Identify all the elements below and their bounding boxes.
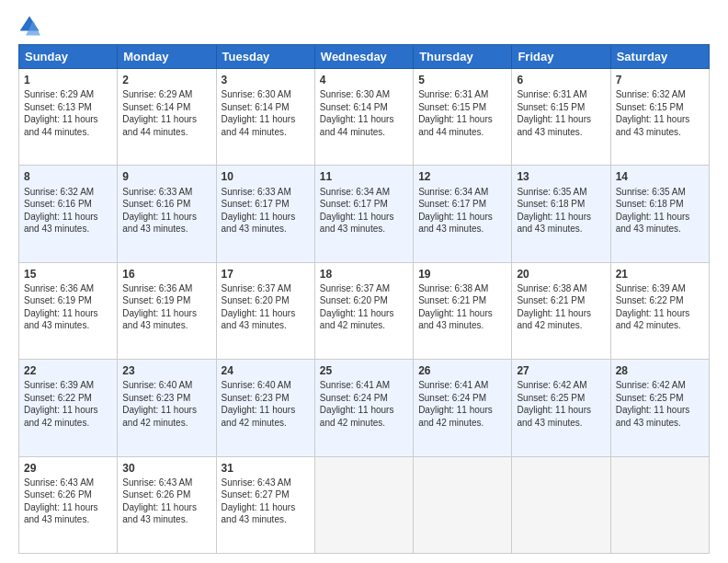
sunset-text: Sunset: 6:15 PM [418,102,486,112]
day-number: 2 [122,73,210,87]
daylight-text: Daylight: 11 hours and 42 minutes. [517,308,591,331]
daylight-text: Daylight: 11 hours and 42 minutes. [418,405,493,428]
day-number: 19 [418,267,506,282]
sunrise-text: Sunrise: 6:31 AM [517,89,586,99]
day-number: 27 [517,363,605,378]
day-number: 29 [24,461,112,476]
day-cell-11: 11Sunrise: 6:34 AMSunset: 6:17 PMDayligh… [314,166,413,262]
sunset-text: Sunset: 6:17 PM [320,199,388,209]
sunset-text: Sunset: 6:24 PM [418,393,486,403]
day-cell-8: 8Sunrise: 6:32 AMSunset: 6:16 PMDaylight… [19,166,118,262]
sunrise-text: Sunrise: 6:37 AM [222,283,291,293]
sunrise-text: Sunrise: 6:32 AM [24,187,94,197]
sunset-text: Sunset: 6:17 PM [418,199,486,209]
sunrise-text: Sunrise: 6:33 AM [222,187,291,197]
daylight-text: Daylight: 11 hours and 43 minutes. [24,502,98,525]
daylight-text: Daylight: 11 hours and 44 minutes. [24,114,98,137]
sunrise-text: Sunrise: 6:38 AM [418,283,488,293]
sunrise-text: Sunrise: 6:29 AM [24,89,94,99]
sunset-text: Sunset: 6:18 PM [616,199,684,209]
daylight-text: Daylight: 11 hours and 43 minutes. [517,212,591,235]
sunset-text: Sunset: 6:26 PM [122,489,190,500]
column-header-thursday: Thursday [414,45,512,69]
day-number: 18 [320,267,408,282]
sunset-text: Sunset: 6:20 PM [320,295,388,305]
sunrise-text: Sunrise: 6:42 AM [616,380,686,390]
day-cell-5: 5Sunrise: 6:31 AMSunset: 6:15 PMDaylight… [414,69,512,166]
column-header-friday: Friday [512,45,610,69]
sunrise-text: Sunrise: 6:37 AM [320,283,390,293]
day-number: 30 [122,461,210,476]
day-cell-27: 27Sunrise: 6:42 AMSunset: 6:25 PMDayligh… [512,360,610,456]
sunrise-text: Sunrise: 6:30 AM [320,89,390,99]
day-number: 6 [517,73,605,87]
logo [18,15,44,37]
sunset-text: Sunset: 6:27 PM [222,489,290,500]
sunrise-text: Sunrise: 6:36 AM [24,283,94,293]
daylight-text: Daylight: 11 hours and 42 minutes. [122,405,197,428]
daylight-text: Daylight: 11 hours and 42 minutes. [24,405,98,428]
sunset-text: Sunset: 6:25 PM [517,393,585,403]
day-cell-31: 31Sunrise: 6:43 AMSunset: 6:27 PMDayligh… [216,456,314,553]
day-number: 24 [222,363,310,378]
day-number: 14 [616,169,704,184]
day-number: 12 [418,169,506,184]
column-header-monday: Monday [118,45,216,69]
daylight-text: Daylight: 11 hours and 42 minutes. [616,308,690,331]
daylight-text: Daylight: 11 hours and 43 minutes. [418,308,493,331]
sunrise-text: Sunrise: 6:35 AM [616,187,686,197]
week-row-4: 22Sunrise: 6:39 AMSunset: 6:22 PMDayligh… [19,360,710,456]
sunset-text: Sunset: 6:25 PM [616,393,684,403]
day-cell-24: 24Sunrise: 6:40 AMSunset: 6:23 PMDayligh… [216,360,314,456]
empty-cell [512,456,610,553]
day-cell-7: 7Sunrise: 6:32 AMSunset: 6:15 PMDaylight… [610,69,709,166]
day-cell-23: 23Sunrise: 6:40 AMSunset: 6:23 PMDayligh… [118,360,216,456]
sunrise-text: Sunrise: 6:35 AM [517,187,586,197]
day-cell-3: 3Sunrise: 6:30 AMSunset: 6:14 PMDaylight… [216,69,314,166]
sunrise-text: Sunrise: 6:33 AM [122,187,192,197]
sunset-text: Sunset: 6:15 PM [616,102,684,112]
daylight-text: Daylight: 11 hours and 43 minutes. [616,405,690,428]
day-number: 11 [320,169,408,184]
day-number: 26 [418,363,506,378]
day-number: 28 [616,363,704,378]
day-number: 16 [122,267,210,282]
daylight-text: Daylight: 11 hours and 43 minutes. [222,212,296,235]
sunset-text: Sunset: 6:17 PM [222,199,290,209]
sunrise-text: Sunrise: 6:43 AM [122,477,192,488]
empty-cell [314,456,413,553]
sunset-text: Sunset: 6:14 PM [122,102,190,112]
day-cell-10: 10Sunrise: 6:33 AMSunset: 6:17 PMDayligh… [216,166,314,262]
daylight-text: Daylight: 11 hours and 43 minutes. [122,308,197,331]
day-number: 23 [122,363,210,378]
day-number: 21 [616,267,704,282]
sunrise-text: Sunrise: 6:36 AM [122,283,192,293]
empty-cell [414,456,512,553]
daylight-text: Daylight: 11 hours and 42 minutes. [320,405,394,428]
sunset-text: Sunset: 6:14 PM [222,102,290,112]
day-cell-12: 12Sunrise: 6:34 AMSunset: 6:17 PMDayligh… [414,166,512,262]
day-cell-21: 21Sunrise: 6:39 AMSunset: 6:22 PMDayligh… [610,262,709,359]
daylight-text: Daylight: 11 hours and 43 minutes. [517,405,591,428]
daylight-text: Daylight: 11 hours and 43 minutes. [320,212,394,235]
daylight-text: Daylight: 11 hours and 42 minutes. [320,308,394,331]
day-number: 5 [418,73,506,87]
day-cell-19: 19Sunrise: 6:38 AMSunset: 6:21 PMDayligh… [414,262,512,359]
day-cell-28: 28Sunrise: 6:42 AMSunset: 6:25 PMDayligh… [610,360,709,456]
day-cell-6: 6Sunrise: 6:31 AMSunset: 6:15 PMDaylight… [512,69,610,166]
day-cell-20: 20Sunrise: 6:38 AMSunset: 6:21 PMDayligh… [512,262,610,359]
sunset-text: Sunset: 6:19 PM [122,295,190,305]
column-header-tuesday: Tuesday [216,45,314,69]
day-number: 17 [222,267,310,282]
day-cell-13: 13Sunrise: 6:35 AMSunset: 6:18 PMDayligh… [512,166,610,262]
sunset-text: Sunset: 6:24 PM [320,393,388,403]
daylight-text: Daylight: 11 hours and 43 minutes. [517,114,591,137]
top-header [18,15,710,37]
day-cell-9: 9Sunrise: 6:33 AMSunset: 6:16 PMDaylight… [118,166,216,262]
column-header-saturday: Saturday [610,45,709,69]
daylight-text: Daylight: 11 hours and 44 minutes. [418,114,493,137]
daylight-text: Daylight: 11 hours and 44 minutes. [122,114,197,137]
sunset-text: Sunset: 6:20 PM [222,295,290,305]
sunrise-text: Sunrise: 6:40 AM [222,380,291,390]
column-header-sunday: Sunday [19,45,118,69]
